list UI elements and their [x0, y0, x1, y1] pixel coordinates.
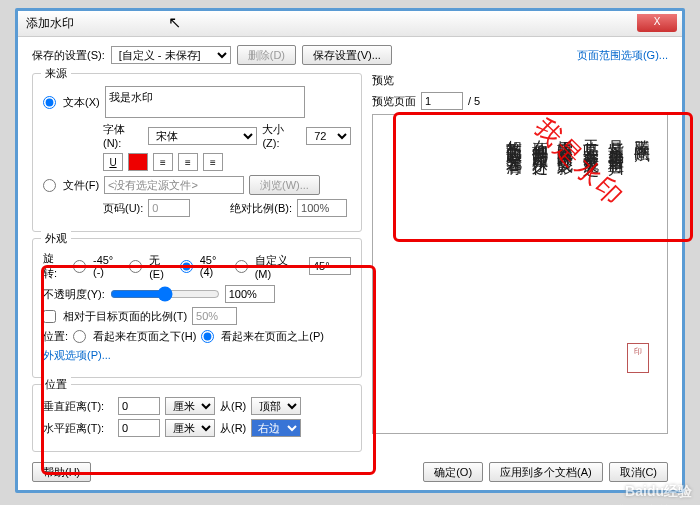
underline-button[interactable]: U — [103, 153, 123, 171]
font-select[interactable]: 宋体 — [148, 127, 257, 145]
rot-custom-radio[interactable] — [235, 260, 248, 273]
align-right-icon[interactable]: ≡ — [203, 153, 223, 171]
behind-radio[interactable] — [73, 330, 86, 343]
appearance-advanced-link[interactable]: 外观选项(P)... — [43, 348, 111, 363]
rot-none-radio[interactable] — [129, 260, 142, 273]
relative-scale-check[interactable] — [43, 310, 56, 323]
save-settings-button[interactable]: 保存设置(V)... — [302, 45, 392, 65]
above-radio[interactable] — [201, 330, 214, 343]
help-button[interactable]: 帮助(H) — [32, 462, 91, 482]
rot-neg45-radio[interactable] — [73, 260, 86, 273]
source-title: 来源 — [41, 66, 71, 81]
scale-input[interactable] — [297, 199, 347, 217]
rot-45-radio[interactable] — [180, 260, 193, 273]
saved-label: 保存的设置(S): — [32, 48, 105, 63]
ok-button[interactable]: 确定(O) — [423, 462, 483, 482]
opacity-slider[interactable] — [110, 286, 220, 302]
color-button[interactable] — [128, 153, 148, 171]
relative-scale-input[interactable] — [192, 307, 237, 325]
vdist-input[interactable] — [118, 397, 160, 415]
delete-button[interactable]: 删除(D) — [237, 45, 296, 65]
text-radio[interactable] — [43, 96, 56, 109]
preview-page-input[interactable] — [421, 92, 463, 110]
hunit-select[interactable]: 厘米 — [165, 419, 215, 437]
pagenum-input[interactable] — [148, 199, 190, 217]
size-select[interactable]: 72 — [306, 127, 351, 145]
close-button[interactable]: X — [637, 14, 677, 32]
saved-select[interactable]: [自定义 - 未保存] — [111, 46, 231, 64]
preview-title: 预览 — [372, 73, 668, 88]
source-group: 来源 文本(X) 我是水印 字体(N): 宋体 大小(Z): 72 U ≡ ≡ … — [32, 73, 362, 232]
seal-icon: 印 — [627, 343, 649, 373]
appearance-group: 外观 旋转: -45°(-) 无(E) 45°(4) 自定义(M) 不透明度(Y… — [32, 238, 362, 378]
align-center-icon[interactable]: ≡ — [178, 153, 198, 171]
rot-value-input[interactable] — [309, 257, 351, 275]
titlebar: 添加水印 ↖ X — [18, 11, 682, 37]
vunit-select[interactable]: 厘米 — [165, 397, 215, 415]
cursor-icon: ↖ — [168, 13, 181, 32]
window-title: 添加水印 — [26, 15, 74, 32]
preview-pane: 我是水印 滕王阁赋 是紫月之望步自雪堂将归 于临皋二客从余过黄泥之 坂霜露既降木… — [372, 114, 668, 434]
position-group: 位置 垂直距离(T): 厘米 从(R) 顶部 水平距离(T): 厘米 从(R) … — [32, 384, 362, 452]
opacity-input[interactable] — [225, 285, 275, 303]
page-range-link[interactable]: 页面范围选项(G)... — [577, 48, 668, 63]
brand-logo: Baidu经验 — [625, 483, 692, 501]
file-input[interactable] — [104, 176, 244, 194]
browse-button[interactable]: 浏览(W)... — [249, 175, 320, 195]
file-radio[interactable] — [43, 179, 56, 192]
hfrom-select[interactable]: 右边 — [251, 419, 301, 437]
watermark-text-input[interactable]: 我是水印 — [105, 86, 305, 118]
hdist-input[interactable] — [118, 419, 160, 437]
apply-multiple-button[interactable]: 应用到多个文档(A) — [489, 462, 603, 482]
align-left-icon[interactable]: ≡ — [153, 153, 173, 171]
cancel-button[interactable]: 取消(C) — [609, 462, 668, 482]
vfrom-select[interactable]: 顶部 — [251, 397, 301, 415]
